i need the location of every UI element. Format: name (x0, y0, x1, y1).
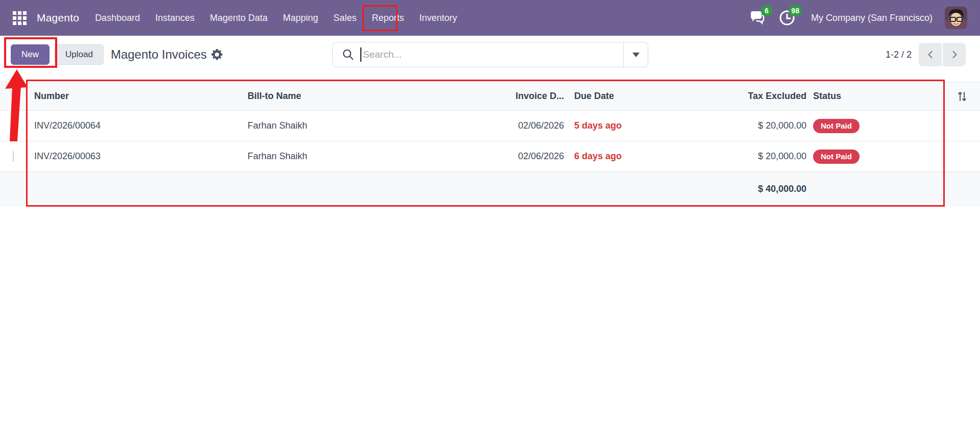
row-checkbox[interactable] (13, 120, 14, 131)
status-badge: Not Paid (813, 119, 860, 133)
nav-item-sales[interactable]: Sales (326, 0, 364, 36)
cell-number[interactable]: INV/2026/00064 (34, 120, 248, 131)
search-bar (332, 42, 648, 67)
control-panel: New Upload Magento Invoices 1-2 / 2 (0, 36, 980, 73)
optional-columns-sliders-icon[interactable] (957, 91, 967, 102)
chevron-left-icon (926, 50, 935, 59)
app-brand[interactable]: Magento (37, 12, 79, 24)
cell-due-date[interactable]: 5 days ago (564, 120, 715, 131)
page-title: Magento Invoices (111, 47, 207, 62)
cell-number[interactable]: INV/2026/00063 (34, 151, 248, 162)
table-row[interactable]: INV/2026/00064 Farhan Shaikh 02/06/2026 … (0, 111, 980, 141)
search-dropdown-toggle[interactable] (623, 42, 648, 67)
text-cursor (360, 47, 361, 62)
invoice-list: Number Bill-to Name Invoice D... Due Dat… (0, 82, 980, 206)
pager-previous-button[interactable] (919, 43, 942, 66)
nav-item-inventory[interactable]: Inventory (411, 0, 464, 36)
column-header-invoice-date[interactable]: Invoice D... (477, 91, 564, 102)
cell-tax-excluded[interactable]: $ 20,000.00 (715, 120, 806, 131)
cell-invoice-date[interactable]: 02/06/2026 (477, 151, 564, 162)
column-header-number[interactable]: Number (34, 91, 248, 102)
nav-item-instances[interactable]: Instances (148, 0, 202, 36)
status-badge: Not Paid (813, 150, 860, 164)
table-footer-row: $ 40,000.00 (0, 172, 980, 206)
pager-range: 1-2 / 2 (886, 49, 912, 60)
table-header-row: Number Bill-to Name Invoice D... Due Dat… (0, 82, 980, 111)
cell-due-date[interactable]: 6 days ago (564, 151, 715, 162)
search-icon (333, 48, 360, 61)
column-header-bill-to-name[interactable]: Bill-to Name (248, 91, 477, 102)
tax-excluded-total: $ 40,000.00 (715, 184, 806, 194)
cell-tax-excluded[interactable]: $ 20,000.00 (715, 151, 806, 162)
column-header-due-date[interactable]: Due Date (564, 91, 715, 102)
table-row[interactable]: INV/2026/00063 Farhan Shaikh 02/06/2026 … (0, 141, 980, 172)
select-all-checkbox[interactable] (13, 91, 14, 102)
nav-item-magento-data[interactable]: Magento Data (202, 0, 275, 36)
avatar[interactable] (945, 7, 967, 29)
pager: 1-2 / 2 (886, 42, 966, 67)
new-button[interactable]: New (11, 44, 50, 65)
upload-button[interactable]: Upload (55, 44, 104, 65)
column-header-status[interactable]: Status (806, 91, 944, 102)
chevron-right-icon (950, 50, 959, 59)
nav-menu: Dashboard Instances Magento Data Mapping… (87, 0, 464, 36)
row-checkbox[interactable] (13, 151, 14, 162)
column-header-tax-excluded[interactable]: Tax Excluded (715, 91, 806, 102)
activities-icon[interactable]: 98 (778, 9, 796, 27)
messages-badge: 6 (761, 5, 772, 16)
nav-item-mapping[interactable]: Mapping (275, 0, 326, 36)
search-input[interactable] (363, 49, 623, 60)
nav-item-reports[interactable]: Reports (364, 0, 411, 36)
nav-item-dashboard[interactable]: Dashboard (87, 0, 148, 36)
navbar-right-systray: 6 98 My Company (San Francisco) (749, 7, 980, 29)
apps-grid-icon[interactable] (13, 11, 27, 25)
company-switcher[interactable]: My Company (San Francisco) (811, 13, 933, 23)
cell-bill-to-name[interactable]: Farhan Shaikh (248, 120, 477, 131)
gear-icon[interactable] (211, 49, 223, 60)
cell-bill-to-name[interactable]: Farhan Shaikh (248, 151, 477, 162)
messages-icon[interactable]: 6 (749, 9, 766, 27)
caret-down-icon (632, 53, 640, 57)
top-navbar: Magento Dashboard Instances Magento Data… (0, 0, 980, 36)
cell-invoice-date[interactable]: 02/06/2026 (477, 120, 564, 131)
activities-badge: 98 (789, 5, 802, 16)
pager-next-button[interactable] (943, 43, 966, 66)
